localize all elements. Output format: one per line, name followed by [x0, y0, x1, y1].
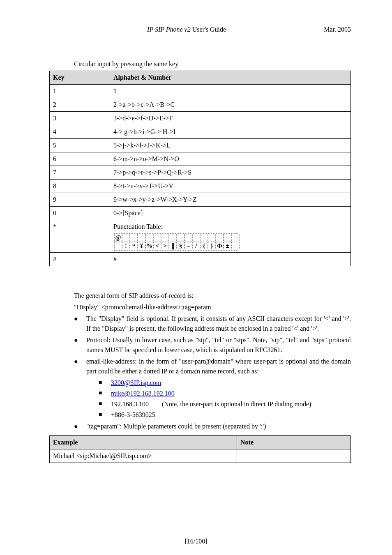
page-number: [16/100]: [0, 538, 392, 545]
svg-text:‖: ‖: [171, 242, 175, 250]
bullet-tagparam: "tag=param": Multiple parameters could b…: [74, 421, 351, 431]
intro-line-2: "Display" <protocol:email-like-address>;…: [74, 302, 351, 312]
table-row: 00->[Space]: [50, 207, 351, 220]
example-header: Example: [50, 436, 237, 449]
svg-text:±: ±: [226, 242, 229, 249]
page-header: IP SIP Phone v2 User's Guide Mar. 2005: [49, 25, 351, 35]
link-mike[interactable]: mike@192.168.192.100: [111, 390, 175, 397]
list-item: mike@192.168.192.100: [99, 389, 351, 398]
table-row: 44-> g->h->i->G-> H->I: [50, 125, 351, 139]
note-header: Note: [237, 436, 351, 449]
svg-text:=: =: [187, 242, 190, 249]
table-row: ##: [50, 253, 351, 266]
bullet-display: The "Display" field is optional. If pres…: [74, 314, 351, 334]
table-caption: Circular input by pressing the same key: [74, 59, 351, 69]
table-row: 11: [50, 85, 351, 98]
header-title-plain: User's Guide: [191, 26, 226, 33]
table-row: 33->d->e->f->D->E->F: [50, 112, 351, 125]
table-row-punctuation: * Punctuation Table: @!“¥%<>‖§=/{}Φ±: [50, 220, 351, 253]
header-title-italic: IP SIP Phone v2: [147, 26, 191, 33]
svg-text:Φ: Φ: [217, 242, 222, 249]
svg-text:!: !: [125, 242, 127, 249]
svg-text:%: %: [146, 242, 152, 249]
table-row: 77->p->q->r->s->P->Q->R->S: [50, 166, 351, 180]
svg-text:<: <: [155, 242, 159, 249]
punctuation-table-graphic: @!“¥%<>‖§=/{}Φ±: [113, 233, 241, 251]
table-row: 88->t->u->v->T->U->V: [50, 180, 351, 193]
header-date: Mar. 2005: [324, 25, 351, 35]
link-3200[interactable]: 3200@SIP.isp.com: [111, 379, 161, 386]
key-header: Key: [50, 71, 110, 85]
list-item: +886-3-5639025: [99, 410, 351, 420]
svg-text:>: >: [163, 242, 167, 249]
svg-text:/: /: [195, 242, 197, 249]
table-row: Michael <sip:Michael@SIP.isp.com>: [50, 449, 351, 463]
svg-text:@: @: [115, 234, 121, 241]
table-row: 66->m->n->o->M->N->O: [50, 152, 351, 166]
bullet-protocol: Protocol: Usually in lower case, such as…: [74, 335, 351, 355]
punctuation-label: Punctuation Table:: [113, 223, 163, 230]
svg-text:{: {: [203, 242, 205, 249]
svg-text:}: }: [211, 242, 213, 249]
alphabet-header: Alphabet & Number: [110, 71, 351, 85]
list-item: 3200@SIP.isp.com: [99, 378, 351, 388]
svg-text:“: “: [132, 242, 136, 249]
table-row: 99->w->x->y->z->W->X->Y->Z: [50, 193, 351, 207]
key-mapping-table: Key Alphabet & Number 11 22->a->b->c->A-…: [49, 71, 351, 266]
table-row: 55->j->k->l->J->K->L: [50, 139, 351, 152]
intro-line-1: The general form of SIP address-of-recor…: [74, 291, 351, 301]
list-item: 192.168.3.100 (Note, the user-part is op…: [99, 399, 351, 409]
svg-text:§: §: [179, 242, 182, 249]
bullet-email: email-like-address: in the form of "user…: [74, 357, 351, 420]
table-row: 22->a->b->c->A->B->C: [50, 98, 351, 112]
example-table: Example Note Michael <sip:Michael@SIP.is…: [49, 435, 351, 463]
svg-text:¥: ¥: [140, 242, 143, 249]
